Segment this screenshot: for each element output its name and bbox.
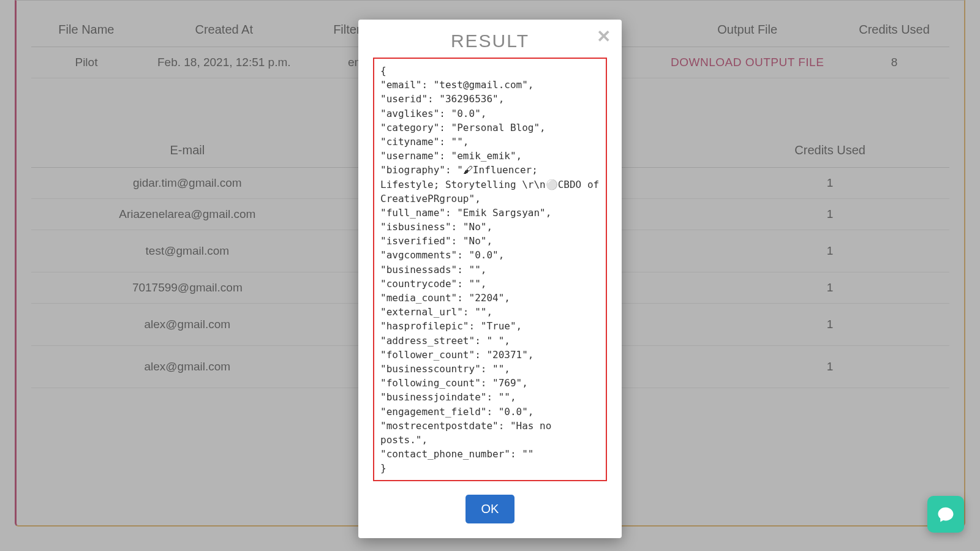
page-root: File Name Created At Filter Type Output … [0, 0, 980, 551]
close-icon[interactable]: ✕ [597, 28, 611, 45]
modal-title: RESULT [373, 31, 607, 51]
ok-button[interactable]: OK [466, 495, 515, 523]
result-modal: ✕ RESULT { "email": "test@gmail.com", "u… [358, 20, 622, 538]
chat-fab[interactable] [927, 496, 964, 533]
chat-icon [937, 505, 955, 523]
json-result-box: { "email": "test@gmail.com", "userid": "… [373, 58, 607, 481]
